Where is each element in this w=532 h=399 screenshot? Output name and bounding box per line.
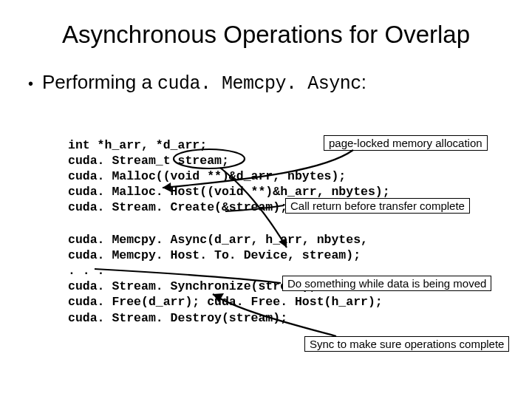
bullet-marker: • — [28, 75, 33, 92]
callout-sync: Sync to make sure operations complete — [304, 336, 509, 352]
slide-title: Asynchronous Operations for Overlap — [0, 0, 532, 49]
bullet-prefix: Performing a — [42, 71, 157, 93]
callout-call-return: Call return before transfer complete — [285, 198, 470, 214]
bullet-suffix: : — [361, 71, 366, 93]
bullet-code: cuda. Memcpy. Async — [157, 73, 361, 95]
callout-do-something: Do something while data is being moved — [282, 276, 491, 291]
callout-page-locked: page-locked memory allocation — [324, 135, 488, 151]
bullet-item: • Performing a cuda. Memcpy. Async: — [0, 49, 532, 95]
bullet-text: Performing a cuda. Memcpy. Async: — [42, 71, 366, 95]
